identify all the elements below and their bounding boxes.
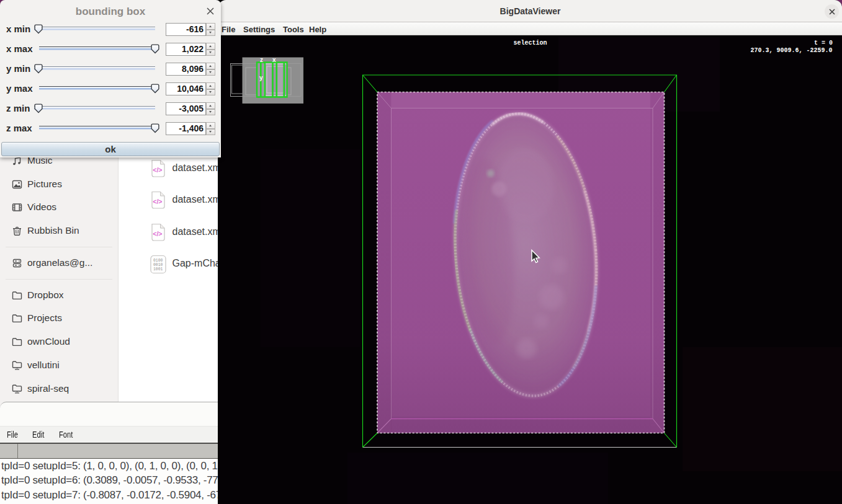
svg-text:1001: 1001 [153, 267, 163, 271]
svg-text:</>: </> [153, 230, 162, 237]
svg-text:y: y [259, 74, 263, 81]
svg-text:</>: </> [153, 198, 162, 205]
svg-text:</>: </> [153, 166, 162, 174]
svg-text:x: x [272, 56, 276, 63]
svg-text:0010: 0010 [153, 262, 163, 267]
svg-text:z: z [260, 56, 263, 63]
svg-text:0100: 0100 [153, 258, 163, 262]
